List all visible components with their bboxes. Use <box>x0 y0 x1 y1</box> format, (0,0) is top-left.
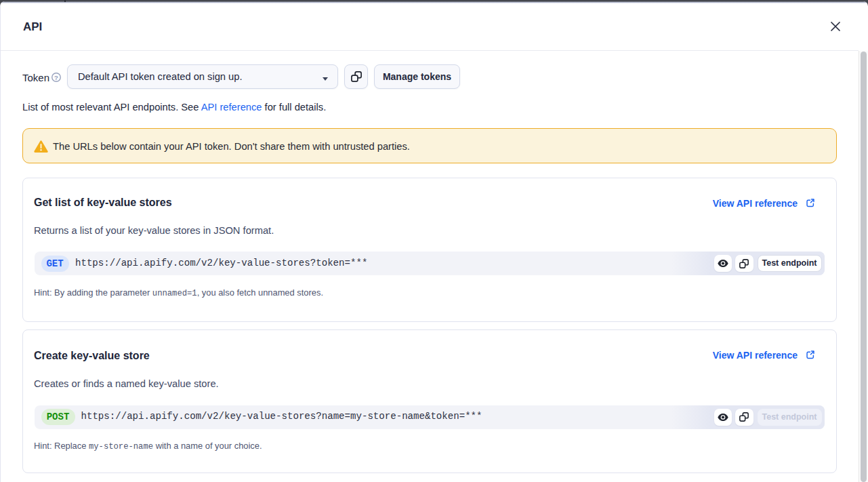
svg-text:?: ? <box>54 74 58 81</box>
